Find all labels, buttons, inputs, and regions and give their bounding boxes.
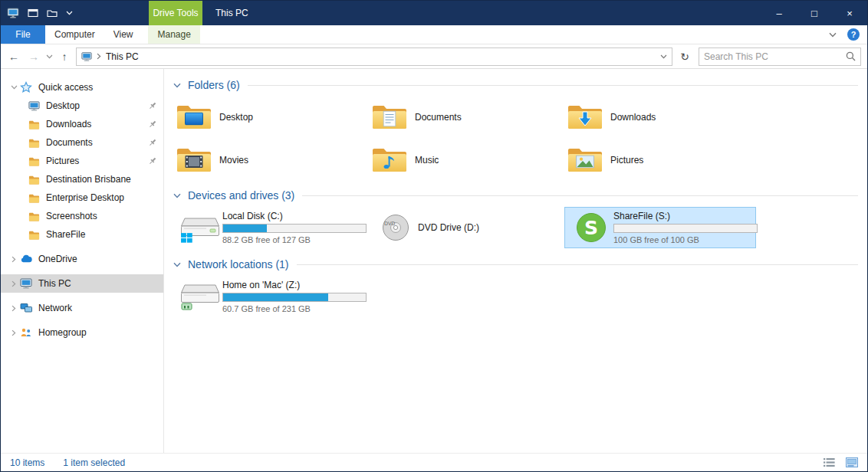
music-folder-icon	[372, 146, 407, 175]
properties-icon[interactable]	[28, 8, 38, 18]
folder-name: Music	[415, 155, 439, 166]
sidebar-item-screenshots[interactable]: Screenshots	[1, 207, 163, 225]
drive-tools-contextual-tab[interactable]: Drive Tools	[149, 1, 202, 25]
sidebar-item-desktop[interactable]: Desktop	[1, 97, 163, 115]
folder-tile-movies[interactable]: Movies	[173, 143, 357, 178]
film-strip-emblem	[185, 156, 203, 169]
chevron-right-icon[interactable]	[8, 305, 19, 312]
qat-dropdown-icon[interactable]	[66, 11, 73, 15]
help-button[interactable]: ?	[847, 28, 860, 41]
chevron-down-icon[interactable]	[173, 83, 181, 88]
downloads-folder-icon	[567, 103, 603, 132]
pictures-folder-icon	[27, 156, 41, 167]
chevron-right-icon[interactable]	[8, 329, 19, 336]
sidebar-item-this-pc[interactable]: This PC	[1, 274, 163, 293]
search-input[interactable]	[704, 51, 846, 62]
drive-tile-sharefile-s[interactable]: ShareFile (S:) 100 GB free of 100 GB	[564, 207, 756, 248]
search-icon[interactable]	[846, 51, 856, 61]
recent-locations-icon[interactable]	[44, 47, 54, 67]
folder-tile-music[interactable]: Music	[369, 143, 553, 178]
sidebar-item-onedrive[interactable]: OneDrive	[1, 250, 163, 268]
maximize-button[interactable]: □	[797, 1, 832, 25]
sidebar-item-homegroup[interactable]: Homegroup	[1, 323, 163, 342]
tab-file[interactable]: File	[1, 25, 45, 44]
homegroup-icon	[19, 326, 33, 339]
sidebar-item-documents[interactable]: Documents	[1, 133, 163, 152]
drive-tile-dvd-d[interactable]: DVD Drive (D:)	[369, 207, 561, 248]
forward-button[interactable]: →	[24, 47, 44, 67]
details-view-button[interactable]	[824, 457, 835, 467]
chevron-right-icon[interactable]	[97, 53, 101, 60]
section-header-devices[interactable]: Devices and drives (3)	[173, 188, 860, 202]
new-folder-icon[interactable]	[47, 8, 58, 18]
section-rule	[297, 264, 859, 265]
title-bar: Drive Tools This PC – □ ×	[1, 1, 867, 25]
back-button[interactable]: ←	[4, 47, 24, 67]
section-title: Network locations (1)	[188, 258, 289, 270]
sidebar-item-sharefile[interactable]: ShareFile	[1, 225, 163, 244]
folder-tile-downloads[interactable]: Downloads	[564, 100, 748, 135]
section-header-folders[interactable]: Folders (6)	[173, 78, 860, 92]
section-title: Devices and drives (3)	[188, 189, 294, 202]
address-bar[interactable]: This PC	[76, 48, 672, 66]
pin-icon	[148, 156, 157, 166]
refresh-button[interactable]: ↻	[676, 48, 694, 66]
hard-drive-icon	[178, 210, 222, 245]
ribbon-tab-row: File Computer View Manage ?	[1, 25, 867, 44]
expand-ribbon-icon[interactable]	[829, 32, 837, 38]
view-toggle-group	[824, 457, 858, 467]
capacity-bar	[613, 224, 758, 233]
file-explorer-window: Drive Tools This PC – □ × File Computer …	[0, 0, 868, 472]
drive-meta: ShareFile (S:) 100 GB free of 100 GB	[613, 210, 751, 245]
status-bar: 10 items 1 item selected	[1, 453, 867, 471]
sidebar-item-destination-brisbane[interactable]: Destination Brisbane	[1, 170, 163, 188]
thumbnails-view-button[interactable]	[846, 457, 858, 467]
onedrive-cloud-icon	[19, 253, 33, 265]
address-dropdown-icon[interactable]	[660, 54, 667, 59]
folder-icon	[27, 229, 41, 241]
sidebar-item-label: Homegroup	[38, 327, 87, 338]
explorer-body: Quick access Desktop Downloads Documents	[1, 69, 867, 453]
folder-tile-documents[interactable]: Documents	[369, 100, 553, 135]
drive-tile-local-disk-c[interactable]: Local Disk (C:) 88.2 GB free of 127 GB	[173, 207, 365, 248]
section-header-network-locations[interactable]: Network locations (1)	[173, 257, 860, 271]
up-button[interactable]: ↑	[54, 47, 74, 67]
folder-name: Documents	[415, 112, 462, 123]
section-rule	[248, 85, 858, 86]
drive-name: Home on 'Mac' (Z:)	[222, 280, 360, 291]
this-pc-icon	[19, 277, 33, 290]
folder-tile-desktop[interactable]: Desktop	[173, 100, 357, 135]
address-segment-this-pc[interactable]: This PC	[106, 51, 139, 62]
minimize-button[interactable]: –	[761, 1, 797, 25]
navigation-pane: Quick access Desktop Downloads Documents	[1, 69, 164, 453]
sidebar-item-downloads[interactable]: Downloads	[1, 115, 163, 133]
chevron-right-icon[interactable]	[8, 256, 19, 263]
network-drive-icon	[178, 279, 222, 314]
drive-free-space: 60.7 GB free of 231 GB	[222, 303, 360, 314]
desktop-folder-icon	[176, 103, 212, 132]
sidebar-item-quick-access[interactable]: Quick access	[1, 78, 163, 97]
chevron-down-icon[interactable]	[8, 85, 19, 90]
close-button[interactable]: ×	[832, 1, 867, 25]
chevron-down-icon[interactable]	[173, 262, 181, 267]
drive-name: DVD Drive (D:)	[418, 222, 556, 234]
windows-logo-icon	[180, 231, 193, 244]
tab-manage[interactable]: Manage	[148, 25, 199, 44]
folder-tile-pictures[interactable]: Pictures	[564, 143, 748, 178]
sidebar-item-enterprise-desktop[interactable]: Enterprise Desktop	[1, 188, 163, 207]
chevron-down-icon[interactable]	[173, 193, 181, 198]
pin-icon	[148, 120, 157, 129]
tab-computer[interactable]: Computer	[45, 25, 104, 44]
sidebar-item-label: ShareFile	[46, 229, 85, 240]
chevron-right-icon[interactable]	[8, 280, 19, 287]
pictures-folder-icon	[567, 146, 603, 175]
network-drive-tile-home-z[interactable]: Home on 'Mac' (Z:) 60.7 GB free of 231 G…	[173, 276, 365, 317]
sidebar-item-network[interactable]: Network	[1, 299, 163, 317]
sidebar-item-label: Pictures	[46, 156, 79, 166]
search-box[interactable]	[699, 48, 861, 66]
movies-folder-icon	[176, 146, 212, 175]
tab-view[interactable]: View	[104, 25, 143, 44]
sidebar-item-pictures[interactable]: Pictures	[1, 152, 163, 170]
sidebar-item-label: Documents	[46, 137, 93, 148]
photo-emblem	[576, 156, 594, 169]
